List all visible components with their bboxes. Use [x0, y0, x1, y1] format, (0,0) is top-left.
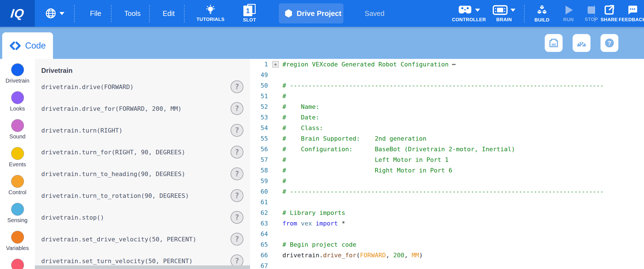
- palette-command-row[interactable]: drivetrain.drive(FORWARD) ?: [35, 76, 250, 98]
- palette-command-row[interactable]: drivetrain.turn_to_rotation(90, DEGREES)…: [35, 185, 250, 206]
- category-label: Sound: [9, 133, 26, 140]
- command-help-button[interactable]: ?: [231, 124, 243, 137]
- line-code[interactable]: # Right Motor in Port 6: [282, 167, 452, 174]
- line-code[interactable]: #region VEXcode Generated Robot Configur…: [282, 61, 455, 68]
- category-color-dot: [11, 91, 24, 104]
- command-palette: Drivetrain drivetrain.drive(FORWARD) ? d…: [35, 59, 250, 269]
- line-code[interactable]: # Brain Supported: 2nd generation: [282, 135, 427, 142]
- palette-command-row[interactable]: drivetrain.turn_to_heading(90, DEGREES) …: [35, 163, 250, 185]
- sidebar-category-sound[interactable]: Sound: [0, 115, 35, 143]
- sidebar-category-looks[interactable]: Looks: [0, 87, 35, 115]
- sidebar-category-drivetrain[interactable]: Drivetrain: [0, 59, 35, 87]
- palette-command-row[interactable]: drivetrain.set_drive_velocity(50, PERCEN…: [35, 228, 250, 250]
- command-help-button[interactable]: ?: [231, 189, 243, 202]
- build-label: BUILD: [534, 17, 549, 23]
- editor-line: 55 # Brain Supported: 2nd generation: [250, 133, 644, 144]
- palette-command-code: drivetrain.turn_to_heading(90, DEGREES): [41, 170, 185, 177]
- line-code[interactable]: # Begin project code: [282, 241, 356, 248]
- line-code[interactable]: # --------------------------------------…: [282, 82, 604, 89]
- code-icon: [9, 41, 22, 50]
- line-number: 59: [250, 177, 270, 184]
- palette-command-code: drivetrain.drive(FORWARD): [41, 83, 134, 90]
- editor-line: 60 # -----------------------------------…: [250, 186, 644, 197]
- run-icon: [563, 4, 574, 16]
- menu-tools[interactable]: Tools: [116, 0, 149, 27]
- share-button[interactable]: SHARE: [597, 0, 622, 27]
- command-help-button[interactable]: ?: [231, 233, 243, 246]
- line-code[interactable]: #: [282, 177, 286, 184]
- command-help-button[interactable]: ?: [231, 102, 243, 115]
- category-label: Events: [9, 161, 26, 168]
- menu-edit[interactable]: Edit: [153, 0, 184, 27]
- build-button[interactable]: BUILD: [529, 0, 555, 27]
- sidebar-category-control[interactable]: Control: [0, 170, 35, 198]
- globe-icon: [45, 8, 57, 19]
- palette-command-row[interactable]: drivetrain.drive_for(FORWARD, 200, MM) ?: [35, 98, 250, 119]
- help-button[interactable]: ?: [601, 34, 618, 52]
- line-code[interactable]: drivetrain.drive_for(FORWARD, 200, MM): [282, 252, 423, 259]
- line-code[interactable]: # Left Motor in Port 1: [282, 156, 449, 163]
- tab-code-label: Code: [25, 41, 46, 51]
- palette-command-row[interactable]: drivetrain.turn_for(RIGHT, 90, DEGREES) …: [35, 141, 250, 163]
- line-number: 64: [250, 230, 270, 237]
- controller-label: CONTROLLER: [452, 17, 486, 23]
- editor-line: 1 + #region VEXcode Generated Robot Conf…: [250, 59, 644, 69]
- line-number: 56: [250, 146, 270, 153]
- command-help-button[interactable]: ?: [231, 167, 243, 180]
- palette-scrollbar[interactable]: [35, 265, 250, 269]
- iq-logo: IQ: [0, 0, 35, 27]
- controller-button[interactable]: CONTROLLER: [449, 0, 488, 27]
- line-code[interactable]: # Class:: [282, 124, 323, 131]
- line-number: 67: [250, 262, 270, 269]
- line-code[interactable]: # Configuration: BaseBot (Drivetrain 2-m…: [282, 146, 515, 153]
- tutorials-button[interactable]: TUTORIALS: [188, 0, 233, 27]
- tab-code[interactable]: Code: [2, 32, 53, 59]
- palette-command-row[interactable]: drivetrain.turn(RIGHT) ?: [35, 119, 250, 141]
- line-code[interactable]: # Library imports: [282, 209, 345, 216]
- sidebar-category[interactable]: [0, 254, 35, 269]
- category-label: Drivetrain: [6, 78, 30, 84]
- fold-toggle[interactable]: +: [272, 61, 279, 68]
- stop-icon: [586, 4, 597, 16]
- editor-line: 49: [250, 69, 644, 80]
- line-number: 55: [250, 135, 270, 142]
- tutorials-label: TUTORIALS: [197, 17, 225, 22]
- feedback-button[interactable]: FEEDBACK: [621, 0, 644, 27]
- line-code[interactable]: # Date:: [282, 114, 319, 121]
- editor-line: 57 # Left Motor in Port 1: [250, 154, 644, 165]
- dashboard-button[interactable]: [573, 34, 590, 52]
- editor-line: 66 drivetrain.drive_for(FORWARD, 200, MM…: [250, 250, 644, 260]
- controller-icon: [458, 4, 472, 16]
- palette-command-row[interactable]: drivetrain.stop() ?: [35, 206, 250, 228]
- tab-bar: Code ?: [0, 27, 644, 59]
- palette-command-code: drivetrain.turn(RIGHT): [41, 127, 122, 134]
- project-name: Drive Project: [297, 9, 341, 18]
- category-color-dot: [11, 231, 24, 244]
- command-help-button[interactable]: ?: [231, 146, 243, 158]
- line-number: 52: [250, 103, 270, 110]
- language-button[interactable]: [41, 0, 68, 27]
- help-icon: ?: [604, 37, 615, 49]
- command-help-button[interactable]: ?: [231, 211, 243, 224]
- toolbar-divider: [184, 5, 185, 22]
- slot-button[interactable]: 1 SLOT: [237, 0, 262, 27]
- line-code[interactable]: # Name:: [282, 103, 319, 110]
- device-info-button[interactable]: [545, 34, 563, 52]
- menu-file[interactable]: File: [80, 0, 111, 27]
- line-number: 63: [250, 220, 270, 227]
- iq-logo-text: IQ: [10, 6, 25, 20]
- line-code[interactable]: from vex import *: [282, 220, 345, 227]
- sidebar-category-sensing[interactable]: Sensing: [0, 198, 35, 226]
- line-code[interactable]: #: [282, 93, 286, 100]
- line-code[interactable]: # --------------------------------------…: [282, 188, 604, 195]
- run-button[interactable]: RUN: [556, 0, 580, 27]
- editor-line: 56 # Configuration: BaseBot (Drivetrain …: [250, 144, 644, 154]
- code-editor[interactable]: 1 + #region VEXcode Generated Robot Conf…: [250, 59, 644, 269]
- brain-button[interactable]: BRAIN: [487, 0, 521, 27]
- editor-line: 65 # Begin project code: [250, 239, 644, 250]
- collapsed-code-badge[interactable]: ⋯: [452, 61, 455, 68]
- command-help-button[interactable]: ?: [231, 80, 243, 93]
- sidebar-category-variables[interactable]: Variables: [0, 226, 35, 254]
- sidebar-category-events[interactable]: Events: [0, 143, 35, 170]
- project-name-button[interactable]: Drive Project: [279, 3, 343, 23]
